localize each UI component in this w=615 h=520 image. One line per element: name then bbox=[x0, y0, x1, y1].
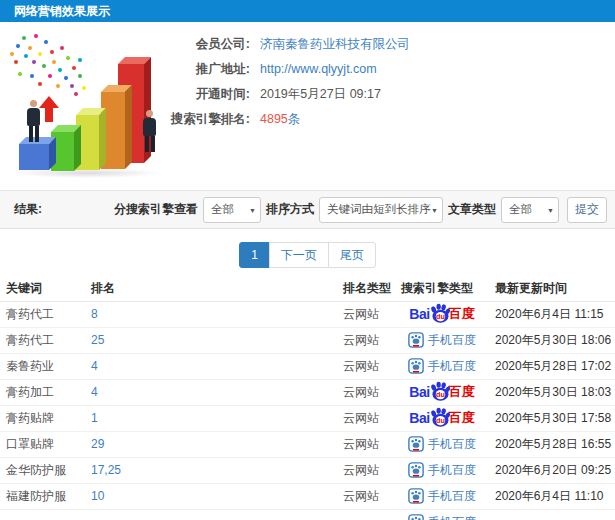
rank-type-cell bbox=[337, 509, 395, 520]
keyword-cell: 福建防护服 bbox=[0, 483, 85, 509]
engine-filter-select[interactable]: 全部 ▼ bbox=[203, 197, 261, 223]
mobile-baidu-icon bbox=[408, 358, 424, 374]
engine-type-cell: Bai du 百度 bbox=[395, 301, 489, 327]
table-row: 膏药代工 25 云网站 Bai du 百度 bbox=[0, 327, 615, 353]
promo-url-link[interactable]: http://www.qlyyjt.com bbox=[260, 62, 377, 76]
pagination-page-1[interactable]: 1 bbox=[239, 242, 270, 268]
open-time-field: 开通时间: 2019年5月27日 09:17 bbox=[148, 87, 410, 101]
article-type-value: 全部 bbox=[509, 202, 532, 217]
baidu-paw-icon: du bbox=[429, 381, 451, 401]
page-title: 网络营销效果展示 bbox=[14, 4, 110, 18]
updated-cell: 2020年5月30日 17:58 bbox=[489, 405, 615, 431]
rank-type-cell: 云网站 bbox=[337, 353, 395, 379]
mobile-baidu-icon bbox=[408, 462, 424, 478]
rank-unit: 条 bbox=[288, 112, 301, 126]
updated-cell: 2020年5月30日 18:03 bbox=[489, 379, 615, 405]
engine-type-cell: Bai du 百度 bbox=[395, 353, 489, 379]
keyword-cell: 膏药代工 bbox=[0, 301, 85, 327]
rank-count: 4895 bbox=[260, 112, 288, 126]
rank-type-cell: 云网站 bbox=[337, 405, 395, 431]
pagination-next-button[interactable]: 下一页 bbox=[269, 242, 329, 268]
member-company-field: 会员公司: 济南秦鲁药业科技有限公司 bbox=[148, 37, 410, 51]
rank-cell[interactable] bbox=[85, 509, 337, 520]
table-header-row: 关键词 排名 排名类型 搜索引擎类型 最新更新时间 bbox=[0, 277, 615, 301]
keyword-cell bbox=[0, 509, 85, 520]
baidu-mobile-badge: 手机百度 bbox=[408, 488, 476, 505]
keyword-cell: 膏药贴牌 bbox=[0, 405, 85, 431]
results-label: 结果: bbox=[14, 201, 42, 218]
engine-type-cell: Bai du 百度 bbox=[395, 509, 489, 520]
rank-type-cell: 云网站 bbox=[337, 301, 395, 327]
mobile-baidu-icon bbox=[408, 436, 424, 452]
rank-cell[interactable]: 25 bbox=[85, 327, 337, 353]
businessman-figure-right bbox=[143, 110, 156, 152]
sort-filter-value: 关键词由短到长排序 bbox=[327, 202, 431, 217]
engine-filter-value: 全部 bbox=[211, 202, 234, 217]
engine-rank-field: 搜索引擎排名: 4895条 bbox=[148, 112, 410, 126]
updated-cell: 2020年5月28日 17:02 bbox=[489, 353, 615, 379]
baidu-mobile-badge: 手机百度 bbox=[408, 462, 476, 479]
table-row: 福建防护服 10 云网站 Bai du 百度 bbox=[0, 483, 615, 509]
engine-type-cell: Bai du 百度 bbox=[395, 431, 489, 457]
table-row: 口罩贴牌 29 云网站 Bai du 百度 bbox=[0, 431, 615, 457]
table-row: 秦鲁药业 4 云网站 Bai du 百度 bbox=[0, 353, 615, 379]
header-rank-type: 排名类型 bbox=[337, 277, 395, 301]
keyword-cell: 秦鲁药业 bbox=[0, 353, 85, 379]
rank-type-cell: 云网站 bbox=[337, 327, 395, 353]
baidu-pc-logo-icon: Bai du 百度 bbox=[409, 407, 474, 429]
promo-url-label: 推广地址: bbox=[148, 62, 250, 76]
svg-text:du: du bbox=[436, 416, 445, 425]
updated-cell: 2020年6月4日 11:15 bbox=[489, 301, 615, 327]
baidu-pc-logo-icon: Bai du 百度 bbox=[409, 381, 474, 403]
table-row: 膏药代工 8 云网站 Bai du 百度 bbox=[0, 301, 615, 327]
pagination-last-button[interactable]: 尾页 bbox=[328, 242, 376, 268]
engine-type-cell: Bai du 百度 bbox=[395, 379, 489, 405]
baidu-pc-logo-icon: Bai du 百度 bbox=[409, 303, 474, 325]
rank-cell[interactable]: 10 bbox=[85, 483, 337, 509]
mobile-baidu-icon bbox=[408, 488, 424, 504]
table-row: Bai du 百度 bbox=[0, 509, 615, 520]
rank-type-cell: 云网站 bbox=[337, 379, 395, 405]
rank-cell[interactable]: 8 bbox=[85, 301, 337, 327]
engine-type-cell: Bai du 百度 bbox=[395, 405, 489, 431]
updated-cell: 2020年5月30日 18:06 bbox=[489, 327, 615, 353]
rank-cell[interactable]: 1 bbox=[85, 405, 337, 431]
member-company-link[interactable]: 济南秦鲁药业科技有限公司 bbox=[260, 37, 410, 51]
baidu-mobile-badge: 手机百度 bbox=[408, 514, 476, 520]
keyword-cell: 膏药加工 bbox=[0, 379, 85, 405]
rank-type-cell: 云网站 bbox=[337, 457, 395, 483]
up-arrow-icon bbox=[39, 96, 59, 122]
baidu-paw-icon: du bbox=[429, 303, 451, 323]
baidu-mobile-badge: 手机百度 bbox=[408, 332, 476, 349]
header-keyword: 关键词 bbox=[0, 277, 85, 301]
keyword-cell: 膏药代工 bbox=[0, 327, 85, 353]
updated-cell: 2020年6月20日 09:25 bbox=[489, 457, 615, 483]
updated-cell: 2020年6月4日 11:10 bbox=[489, 483, 615, 509]
article-type-select[interactable]: 全部 ▼ bbox=[501, 197, 559, 223]
baidu-mobile-badge: 手机百度 bbox=[408, 436, 476, 453]
chevron-down-icon: ▼ bbox=[249, 207, 256, 214]
window-title-bar: 网络营销效果展示 bbox=[0, 0, 615, 22]
open-time-label: 开通时间: bbox=[148, 87, 250, 101]
open-time-value: 2019年5月27日 09:17 bbox=[260, 87, 381, 101]
submit-button[interactable]: 提交 bbox=[567, 197, 607, 223]
engine-type-cell: Bai du 百度 bbox=[395, 327, 489, 353]
keyword-cell: 口罩贴牌 bbox=[0, 431, 85, 457]
rank-cell[interactable]: 4 bbox=[85, 379, 337, 405]
engine-type-cell: Bai du 百度 bbox=[395, 483, 489, 509]
header-updated: 最新更新时间 bbox=[489, 277, 615, 301]
rank-cell[interactable]: 4 bbox=[85, 353, 337, 379]
baidu-paw-icon: du bbox=[429, 407, 451, 427]
rank-cell[interactable]: 29 bbox=[85, 431, 337, 457]
rank-cell[interactable]: 17,25 bbox=[85, 457, 337, 483]
mobile-baidu-icon bbox=[408, 514, 424, 520]
mobile-baidu-icon bbox=[408, 332, 424, 348]
sort-filter-select[interactable]: 关键词由短到长排序 ▼ bbox=[319, 197, 443, 223]
chevron-down-icon: ▼ bbox=[431, 207, 438, 214]
svg-text:du: du bbox=[436, 312, 445, 321]
article-type-label: 文章类型 bbox=[448, 201, 496, 218]
company-info-fields: 会员公司: 济南秦鲁药业科技有限公司 推广地址: http://www.qlyy… bbox=[148, 37, 410, 137]
table-row: 金华防护服 17,25 云网站 Bai du 百度 bbox=[0, 457, 615, 483]
header-engine-type: 搜索引擎类型 bbox=[395, 277, 489, 301]
chevron-down-icon: ▼ bbox=[547, 207, 554, 214]
